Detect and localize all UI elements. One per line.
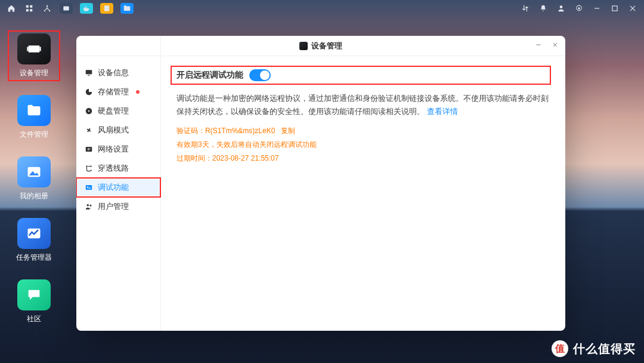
sidebar-item-label: 存储管理 — [98, 87, 129, 97]
terminal-icon — [85, 183, 93, 192]
svg-point-4 — [47, 5, 48, 7]
svg-point-30 — [90, 165, 91, 167]
copy-code-button[interactable]: 复制 — [281, 127, 295, 135]
view-details-link[interactable]: 查看详情 — [427, 107, 458, 116]
desktop-app-label: 我的相册 — [20, 191, 48, 201]
svg-rect-31 — [86, 185, 92, 190]
svg-rect-11 — [595, 8, 599, 8]
taskbar-app-files[interactable] — [120, 3, 134, 14]
desktop-app-device-manager[interactable]: 设备管理 — [11, 33, 57, 78]
desktop-app-file-manager[interactable]: 文件管理 — [11, 95, 57, 140]
window-maximize-icon[interactable] — [609, 3, 620, 14]
sidebar-item-label: 风扇模式 — [98, 125, 129, 136]
desktop-app-album[interactable]: 我的相册 — [11, 156, 57, 201]
pie-icon — [85, 88, 93, 96]
svg-point-10 — [578, 7, 580, 10]
svg-rect-2 — [26, 9, 29, 11]
sidebar-item-fan[interactable]: 风扇模式 — [76, 121, 160, 140]
sidebar-item-device-info[interactable]: 设备信息 — [76, 63, 160, 82]
svg-point-33 — [89, 205, 91, 207]
sidebar-item-debug[interactable]: 调试功能 — [76, 178, 160, 197]
desktop-app-label: 设备管理 — [20, 68, 48, 78]
monitor-icon — [85, 69, 93, 77]
watermark-badge-icon: 值 — [552, 340, 568, 357]
desktop-app-label: 文件管理 — [20, 130, 48, 140]
transfer-icon[interactable] — [520, 3, 531, 14]
svg-rect-22 — [86, 70, 92, 74]
desktop-app-label: 任务管理器 — [16, 253, 52, 263]
svg-rect-3 — [30, 9, 32, 11]
window-title: 设备管理 — [311, 41, 342, 51]
taskbar-app-notes[interactable] — [100, 3, 113, 14]
expire-row: 过期时间：2023-08-27 21:55:07 — [177, 152, 550, 165]
svg-point-25 — [88, 110, 89, 112]
desktop-dock: 设备管理 文件管理 我的相册 任务管理器 社区 — [11, 33, 57, 324]
desktop-app-task-manager[interactable]: 任务管理器 — [11, 218, 57, 263]
svg-point-29 — [90, 170, 91, 171]
remote-debug-description: 调试功能是一种加密的网络远程协议，通过加密通信和身份验证机制链接设备系统。不使用… — [177, 92, 550, 118]
svg-point-9 — [560, 5, 563, 8]
users-icon — [85, 202, 93, 211]
svg-rect-23 — [88, 75, 90, 76]
remote-debug-toggle[interactable] — [249, 69, 271, 81]
remote-debug-label: 开启远程调试功能 — [177, 70, 243, 81]
svg-rect-14 — [27, 47, 28, 51]
sidebar-item-label: 网络设置 — [98, 144, 129, 155]
desktop-app-community[interactable]: 社区 — [11, 279, 57, 324]
sidebar-item-tunnel[interactable]: 穿透线路 — [76, 159, 160, 178]
window-app-icon — [299, 42, 308, 50]
watermark: 值 什么值得买 — [552, 340, 636, 357]
window-titlebar[interactable]: 设备管理 — [76, 36, 565, 56]
svg-rect-15 — [39, 47, 41, 51]
desktop-root: 设备管理 文件管理 我的相册 任务管理器 社区 设备管理 — [0, 0, 644, 363]
taskbar-app-docker[interactable] — [80, 3, 93, 14]
window-close-icon[interactable] — [627, 3, 638, 14]
bell-icon[interactable] — [538, 3, 549, 14]
svg-rect-12 — [612, 6, 617, 11]
expire-value: 2023-08-27 21:55:07 — [212, 154, 278, 162]
remote-debug-toggle-row: 开启远程调试功能 — [172, 67, 550, 84]
user-icon[interactable] — [556, 3, 566, 14]
code-value: R(S1Tm%&ms)zLeK0 — [205, 127, 275, 135]
fan-icon — [85, 126, 93, 134]
sidebar-item-disk[interactable]: 硬盘管理 — [76, 101, 160, 121]
validity-row: 有效期3天，失效后将自动关闭远程调试功能 — [177, 138, 550, 152]
system-topbar — [0, 0, 644, 17]
sidebar-item-storage[interactable]: 存储管理 — [76, 82, 160, 101]
window-minimize-button[interactable] — [534, 41, 543, 49]
content-pane: 开启远程调试功能 调试功能是一种加密的网络远程协议，通过加密通信和身份验证机制链… — [161, 36, 565, 331]
home-icon[interactable] — [6, 3, 17, 14]
window-minimize-icon[interactable] — [592, 3, 602, 14]
svg-point-28 — [86, 165, 87, 167]
watermark-text: 什么值得买 — [573, 341, 636, 357]
apps-icon[interactable] — [24, 3, 35, 14]
desktop-app-label: 社区 — [27, 314, 41, 324]
alert-dot-icon — [136, 90, 140, 94]
sidebar-item-network[interactable]: IP 网络设置 — [76, 140, 160, 159]
sidebar-item-users[interactable]: 用户管理 — [76, 197, 160, 216]
svg-point-5 — [44, 10, 45, 11]
window-close-button[interactable] — [551, 41, 559, 49]
taskbar-app-device[interactable] — [60, 3, 73, 14]
svg-text:IP: IP — [88, 147, 91, 151]
code-label: 验证码： — [177, 127, 205, 135]
device-manager-window: 设备管理 设备信息 存储管理 硬盘管理 风扇模式 — [76, 36, 565, 331]
svg-rect-0 — [26, 5, 29, 8]
sidebar-item-label: 调试功能 — [98, 182, 129, 193]
sidebar-item-label: 用户管理 — [98, 201, 129, 212]
svg-rect-8 — [104, 5, 109, 11]
svg-point-32 — [87, 204, 89, 207]
svg-rect-1 — [30, 5, 32, 8]
svg-rect-13 — [29, 45, 40, 53]
disk-icon — [85, 107, 93, 115]
sidebar-item-label: 穿透线路 — [98, 163, 129, 174]
debug-code-row: 验证码：R(S1Tm%&ms)zLeK0 复制 — [177, 124, 550, 138]
svg-point-6 — [49, 10, 50, 11]
settings-icon[interactable] — [574, 3, 584, 14]
sidebar-item-label: 设备信息 — [98, 67, 129, 78]
route-icon — [85, 164, 93, 173]
tree-icon[interactable] — [42, 3, 52, 14]
svg-rect-7 — [63, 7, 69, 11]
sidebar: 设备信息 存储管理 硬盘管理 风扇模式 IP 网络设置 穿透线路 — [76, 36, 161, 331]
ip-icon: IP — [85, 145, 93, 153]
